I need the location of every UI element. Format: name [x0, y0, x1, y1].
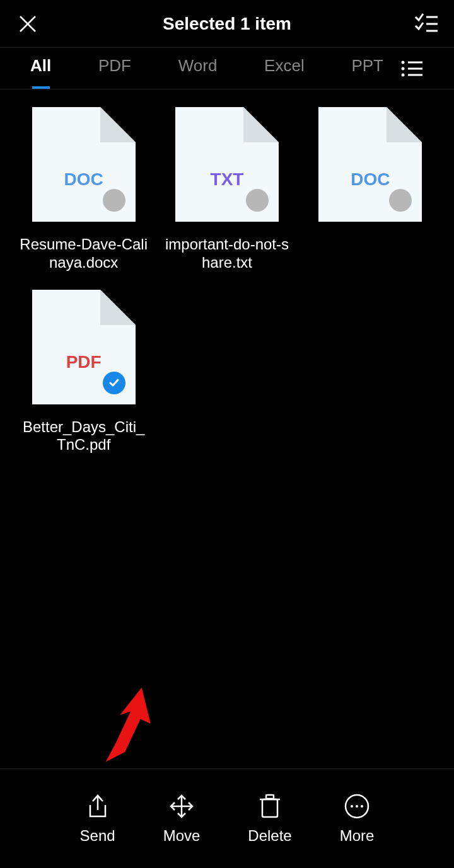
tab-excel[interactable]: Excel	[264, 48, 305, 89]
file-name: Resume-Dave-Calinaya.docx	[19, 236, 148, 272]
more-button[interactable]: More	[340, 793, 375, 845]
annotation-arrow	[104, 687, 161, 777]
file-item[interactable]: DOC	[306, 107, 435, 272]
selection-badge[interactable]	[389, 189, 412, 212]
view-toggle-button[interactable]	[401, 58, 422, 79]
file-item[interactable]: PDF Better_Days_Citi_TnC.pdf	[19, 290, 148, 455]
tab-pdf[interactable]: PDF	[98, 48, 131, 89]
move-icon	[168, 793, 195, 819]
tab-word[interactable]: Word	[178, 48, 218, 89]
file-corner-fold	[100, 107, 136, 142]
send-icon	[84, 793, 111, 819]
file-name: Better_Days_Citi_TnC.pdf	[19, 418, 148, 455]
delete-icon	[257, 793, 283, 819]
header: Selected 1 item	[0, 0, 454, 48]
move-label: Move	[163, 827, 201, 845]
svg-point-5	[401, 60, 404, 64]
svg-point-21	[361, 805, 363, 808]
file-corner-fold	[243, 107, 279, 142]
svg-rect-17	[266, 795, 274, 799]
bottom-action-bar: Send Move Delete	[0, 768, 454, 868]
file-extension-label: DOC	[64, 169, 103, 190]
select-all-button[interactable]	[414, 11, 439, 37]
tab-ppt[interactable]: PPT	[351, 48, 383, 89]
file-thumbnail: DOC	[32, 107, 136, 222]
send-button[interactable]: Send	[80, 793, 115, 845]
file-extension-label: TXT	[211, 169, 244, 190]
file-grid: DOC Resume-Dave-Calinaya.docx TXT import…	[0, 89, 454, 472]
file-extension-label: DOC	[351, 169, 390, 190]
svg-point-6	[401, 67, 404, 70]
svg-point-7	[401, 73, 404, 76]
file-item[interactable]: DOC Resume-Dave-Calinaya.docx	[19, 107, 148, 272]
file-corner-fold	[100, 290, 136, 325]
file-extension-label: PDF	[66, 352, 102, 372]
tab-all[interactable]: All	[30, 48, 51, 89]
close-icon	[18, 14, 38, 34]
svg-marker-11	[106, 687, 156, 767]
delete-button[interactable]: Delete	[248, 793, 291, 845]
selection-badge[interactable]	[103, 189, 125, 212]
page-title: Selected 1 item	[163, 14, 291, 34]
more-label: More	[340, 827, 375, 845]
list-view-icon	[401, 60, 422, 77]
delete-label: Delete	[248, 827, 291, 845]
svg-rect-15	[262, 799, 277, 817]
close-button[interactable]	[15, 11, 40, 37]
file-thumbnail: PDF	[32, 290, 136, 404]
selection-badge-selected[interactable]	[103, 372, 125, 394]
file-item[interactable]: TXT important-do-not-share.txt	[162, 107, 291, 272]
checklist-icon	[414, 12, 439, 36]
svg-point-19	[351, 805, 353, 808]
selection-badge[interactable]	[246, 189, 269, 212]
file-name: important-do-not-share.txt	[162, 236, 291, 272]
svg-point-20	[356, 805, 358, 808]
file-corner-fold	[387, 107, 422, 142]
tabs: All PDF Word Excel PPT	[0, 48, 454, 89]
more-icon	[344, 793, 370, 819]
check-icon	[108, 377, 120, 389]
file-thumbnail: DOC	[318, 107, 422, 222]
move-button[interactable]: Move	[163, 793, 201, 845]
file-thumbnail: TXT	[175, 107, 279, 222]
send-label: Send	[80, 827, 115, 845]
